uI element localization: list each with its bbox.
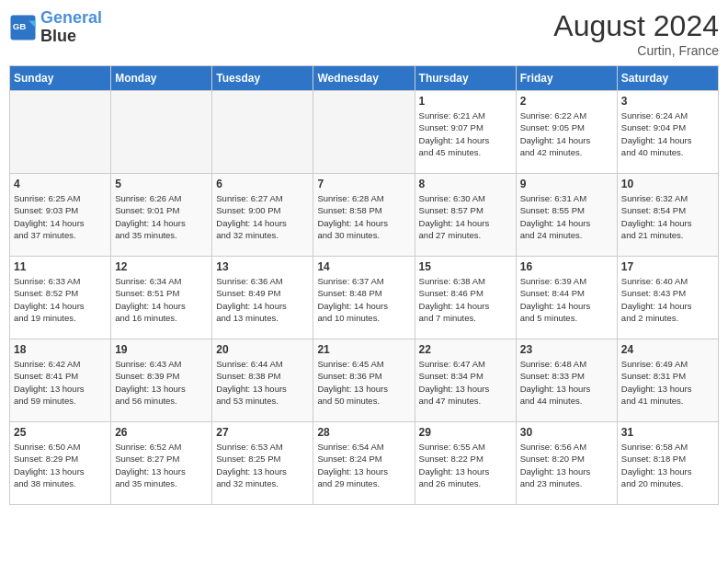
day-number: 12 [115, 260, 208, 273]
header-thursday: Thursday [415, 66, 516, 91]
calendar-cell: 4Sunrise: 6:25 AM Sunset: 9:03 PM Daylig… [10, 174, 111, 257]
day-number: 22 [419, 343, 512, 356]
day-info: Sunrise: 6:48 AM Sunset: 8:33 PM Dayligh… [520, 358, 613, 407]
header-tuesday: Tuesday [212, 66, 313, 91]
day-number: 10 [621, 178, 714, 190]
calendar-cell: 18Sunrise: 6:42 AM Sunset: 8:41 PM Dayli… [10, 339, 111, 422]
day-number: 27 [216, 426, 309, 439]
day-info: Sunrise: 6:39 AM Sunset: 8:44 PM Dayligh… [520, 275, 613, 324]
calendar-cell: 11Sunrise: 6:33 AM Sunset: 8:52 PM Dayli… [10, 257, 111, 339]
day-info: Sunrise: 6:28 AM Sunset: 8:58 PM Dayligh… [317, 192, 410, 241]
day-number: 25 [14, 426, 107, 439]
day-info: Sunrise: 6:58 AM Sunset: 8:18 PM Dayligh… [621, 441, 714, 489]
day-info: Sunrise: 6:30 AM Sunset: 8:57 PM Dayligh… [419, 192, 512, 241]
calendar-cell [111, 91, 212, 174]
calendar-cell: 24Sunrise: 6:49 AM Sunset: 8:31 PM Dayli… [617, 339, 718, 422]
day-number: 5 [115, 178, 208, 190]
calendar-week-5: 25Sunrise: 6:50 AM Sunset: 8:29 PM Dayli… [10, 422, 719, 505]
day-info: Sunrise: 6:53 AM Sunset: 8:25 PM Dayligh… [216, 441, 309, 489]
day-info: Sunrise: 6:47 AM Sunset: 8:34 PM Dayligh… [419, 358, 512, 407]
calendar-week-3: 11Sunrise: 6:33 AM Sunset: 8:52 PM Dayli… [10, 257, 719, 339]
day-info: Sunrise: 6:36 AM Sunset: 8:49 PM Dayligh… [216, 275, 309, 324]
calendar-cell: 16Sunrise: 6:39 AM Sunset: 8:44 PM Dayli… [516, 257, 617, 339]
header-saturday: Saturday [617, 66, 718, 91]
calendar-cell: 28Sunrise: 6:54 AM Sunset: 8:24 PM Dayli… [313, 422, 415, 505]
day-number: 21 [317, 343, 410, 356]
calendar-cell: 15Sunrise: 6:38 AM Sunset: 8:46 PM Dayli… [415, 257, 516, 339]
calendar-cell: 12Sunrise: 6:34 AM Sunset: 8:51 PM Dayli… [111, 257, 212, 339]
calendar-cell: 20Sunrise: 6:44 AM Sunset: 8:38 PM Dayli… [212, 339, 313, 422]
day-info: Sunrise: 6:54 AM Sunset: 8:24 PM Dayligh… [317, 441, 410, 489]
calendar-cell: 5Sunrise: 6:26 AM Sunset: 9:01 PM Daylig… [111, 174, 212, 257]
calendar-cell: 26Sunrise: 6:52 AM Sunset: 8:27 PM Dayli… [111, 422, 212, 505]
day-number: 18 [14, 343, 107, 356]
calendar-week-4: 18Sunrise: 6:42 AM Sunset: 8:41 PM Dayli… [10, 339, 719, 422]
day-number: 20 [216, 343, 309, 356]
calendar-cell: 23Sunrise: 6:48 AM Sunset: 8:33 PM Dayli… [516, 339, 617, 422]
day-info: Sunrise: 6:24 AM Sunset: 9:04 PM Dayligh… [621, 109, 714, 158]
calendar-cell: 3Sunrise: 6:24 AM Sunset: 9:04 PM Daylig… [617, 91, 718, 174]
page-header: GB General Blue August 2024 Curtin, Fran… [9, 9, 719, 58]
day-info: Sunrise: 6:40 AM Sunset: 8:43 PM Dayligh… [621, 275, 714, 324]
svg-text:GB: GB [13, 20, 27, 30]
header-monday: Monday [111, 66, 212, 91]
day-number: 8 [419, 178, 512, 190]
day-number: 1 [419, 95, 512, 108]
calendar-table: SundayMondayTuesdayWednesdayThursdayFrid… [9, 65, 719, 505]
day-info: Sunrise: 6:44 AM Sunset: 8:38 PM Dayligh… [216, 358, 309, 407]
day-number: 14 [317, 260, 410, 273]
location-subtitle: Curtin, France [553, 43, 719, 58]
day-number: 9 [520, 178, 613, 190]
day-info: Sunrise: 6:42 AM Sunset: 8:41 PM Dayligh… [14, 358, 107, 407]
day-info: Sunrise: 6:22 AM Sunset: 9:05 PM Dayligh… [520, 109, 613, 158]
calendar-cell: 13Sunrise: 6:36 AM Sunset: 8:49 PM Dayli… [212, 257, 313, 339]
day-info: Sunrise: 6:33 AM Sunset: 8:52 PM Dayligh… [14, 275, 107, 324]
calendar-cell: 27Sunrise: 6:53 AM Sunset: 8:25 PM Dayli… [212, 422, 313, 505]
calendar-cell: 7Sunrise: 6:28 AM Sunset: 8:58 PM Daylig… [313, 174, 415, 257]
day-number: 2 [520, 95, 613, 108]
calendar-cell: 9Sunrise: 6:31 AM Sunset: 8:55 PM Daylig… [516, 174, 617, 257]
day-number: 28 [317, 426, 410, 439]
calendar-cell: 17Sunrise: 6:40 AM Sunset: 8:43 PM Dayli… [617, 257, 718, 339]
day-number: 17 [621, 260, 714, 273]
day-info: Sunrise: 6:26 AM Sunset: 9:01 PM Dayligh… [115, 192, 208, 241]
day-number: 30 [520, 426, 613, 439]
calendar-cell: 19Sunrise: 6:43 AM Sunset: 8:39 PM Dayli… [111, 339, 212, 422]
day-info: Sunrise: 6:50 AM Sunset: 8:29 PM Dayligh… [14, 441, 107, 489]
calendar-cell: 14Sunrise: 6:37 AM Sunset: 8:48 PM Dayli… [313, 257, 415, 339]
day-info: Sunrise: 6:32 AM Sunset: 8:54 PM Dayligh… [621, 192, 714, 241]
day-number: 6 [216, 178, 309, 190]
month-year-title: August 2024 [553, 9, 719, 43]
calendar-cell: 21Sunrise: 6:45 AM Sunset: 8:36 PM Dayli… [313, 339, 415, 422]
day-number: 24 [621, 343, 714, 356]
day-number: 31 [621, 426, 714, 439]
day-number: 23 [520, 343, 613, 356]
day-info: Sunrise: 6:49 AM Sunset: 8:31 PM Dayligh… [621, 358, 714, 407]
calendar-cell: 1Sunrise: 6:21 AM Sunset: 9:07 PM Daylig… [415, 91, 516, 174]
calendar-cell: 31Sunrise: 6:58 AM Sunset: 8:18 PM Dayli… [617, 422, 718, 505]
day-info: Sunrise: 6:56 AM Sunset: 8:20 PM Dayligh… [520, 441, 613, 489]
calendar-cell [10, 91, 111, 174]
day-info: Sunrise: 6:21 AM Sunset: 9:07 PM Dayligh… [419, 109, 512, 158]
logo-general: General [40, 8, 102, 27]
header-sunday: Sunday [10, 66, 111, 91]
day-info: Sunrise: 6:25 AM Sunset: 9:03 PM Dayligh… [14, 192, 107, 241]
logo-icon: GB [9, 14, 37, 41]
day-number: 15 [419, 260, 512, 273]
title-block: August 2024 Curtin, France [553, 9, 719, 58]
day-info: Sunrise: 6:31 AM Sunset: 8:55 PM Dayligh… [520, 192, 613, 241]
calendar-cell: 8Sunrise: 6:30 AM Sunset: 8:57 PM Daylig… [415, 174, 516, 257]
header-wednesday: Wednesday [313, 66, 415, 91]
calendar-cell: 30Sunrise: 6:56 AM Sunset: 8:20 PM Dayli… [516, 422, 617, 505]
day-number: 7 [317, 178, 410, 190]
day-info: Sunrise: 6:37 AM Sunset: 8:48 PM Dayligh… [317, 275, 410, 324]
day-number: 19 [115, 343, 208, 356]
calendar-cell: 25Sunrise: 6:50 AM Sunset: 8:29 PM Dayli… [10, 422, 111, 505]
day-info: Sunrise: 6:45 AM Sunset: 8:36 PM Dayligh… [317, 358, 410, 407]
calendar-header-row: SundayMondayTuesdayWednesdayThursdayFrid… [10, 66, 719, 91]
calendar-week-2: 4Sunrise: 6:25 AM Sunset: 9:03 PM Daylig… [10, 174, 719, 257]
calendar-cell [212, 91, 313, 174]
calendar-cell: 10Sunrise: 6:32 AM Sunset: 8:54 PM Dayli… [617, 174, 718, 257]
day-number: 29 [419, 426, 512, 439]
calendar-cell: 6Sunrise: 6:27 AM Sunset: 9:00 PM Daylig… [212, 174, 313, 257]
